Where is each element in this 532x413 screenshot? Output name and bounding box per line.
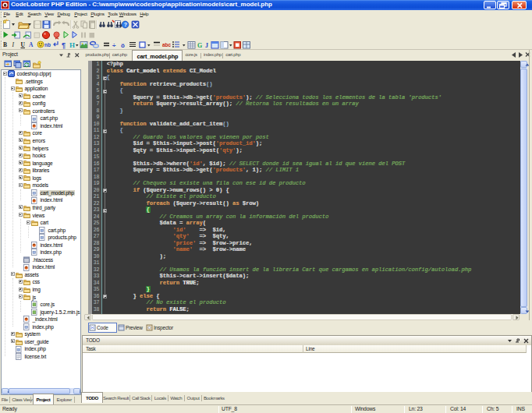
svg-text:¶: ¶ [62, 41, 66, 49]
svg-text:abc: abc [162, 42, 172, 48]
svg-text:ö: ö [121, 42, 125, 49]
svg-text:J: J [205, 42, 208, 49]
svg-text:÷: ÷ [112, 42, 116, 49]
svg-text:?: ? [124, 22, 127, 27]
svg-text:H: H [69, 41, 75, 49]
svg-text:nb: nb [44, 42, 51, 48]
svg-text:G: G [197, 42, 202, 49]
